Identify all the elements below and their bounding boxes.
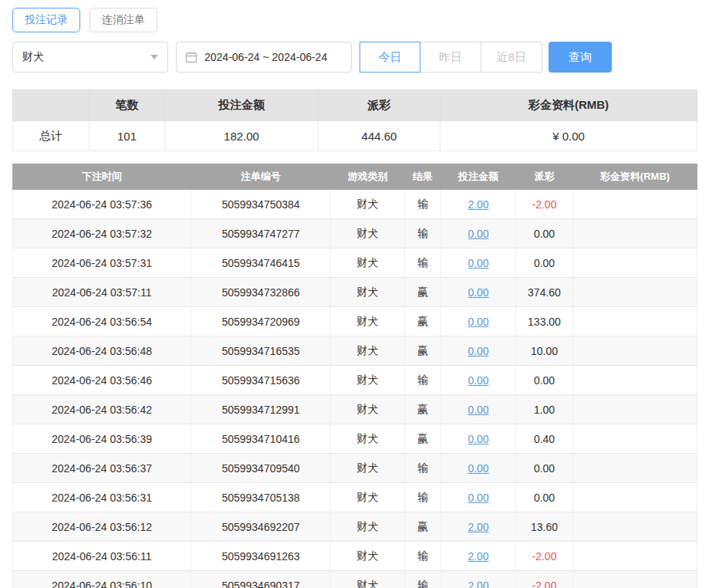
- bet-amount-link[interactable]: 2.00: [468, 198, 488, 211]
- bet-amount-link[interactable]: 0.00: [468, 404, 488, 416]
- bonus-cell: [573, 248, 697, 278]
- summary-header-empty: [13, 90, 89, 121]
- game-type-cell: 财犬: [331, 483, 405, 512]
- payout-cell: 0.00: [516, 454, 573, 483]
- table-row: 2024-06-24 03:56:425059934712991财犬赢0.001…: [13, 395, 697, 424]
- bet-id-cell: 5059934716535: [191, 336, 331, 366]
- game-type-cell: 财犬: [331, 190, 405, 219]
- bet-amount-link[interactable]: 0.00: [468, 316, 488, 328]
- bet-time-cell: 2024-06-24 03:56:10: [13, 571, 191, 588]
- bet-amount-cell: 2.00: [441, 571, 516, 588]
- game-type-cell: 财犬: [331, 395, 405, 424]
- bonus-cell: [573, 307, 697, 336]
- game-type-cell: 财犬: [331, 571, 405, 588]
- bet-amount-link[interactable]: 0.00: [468, 492, 488, 504]
- bet-id-cell: 5059934750384: [191, 190, 331, 219]
- game-type-cell: 财犬: [331, 366, 405, 395]
- bet-table: 下注时间 注单编号 游戏类别 结果 投注金额 派彩 彩金资料(RMB) 2024…: [12, 164, 697, 588]
- bonus-cell: [573, 336, 697, 366]
- bet-amount-link[interactable]: 2.00: [468, 550, 488, 563]
- bet-amount-cell: 0.00: [441, 278, 516, 307]
- bet-time-cell: 2024-06-24 03:56:39: [13, 424, 191, 454]
- bet-id-cell: 5059934732866: [191, 278, 331, 307]
- game-type-cell: 财犬: [331, 307, 405, 336]
- bet-id-cell: 5059934705138: [191, 483, 331, 512]
- chevron-down-icon: [150, 55, 158, 59]
- table-row: 2024-06-24 03:56:315059934705138财犬输0.000…: [13, 483, 697, 512]
- bet-time-cell: 2024-06-24 03:56:54: [13, 307, 191, 336]
- bet-time-cell: 2024-06-24 03:57:36: [13, 190, 191, 219]
- bet-id-cell: 5059934710416: [191, 424, 331, 454]
- bet-amount-link[interactable]: 0.00: [468, 345, 488, 357]
- result-cell: 赢: [405, 395, 441, 424]
- payout-cell: 133.00: [516, 307, 573, 336]
- bet-time-cell: 2024-06-24 03:57:11: [13, 278, 191, 307]
- bet-amount-cell: 0.00: [441, 454, 516, 483]
- header-result: 结果: [405, 164, 441, 190]
- yesterday-button[interactable]: 昨日: [420, 42, 481, 73]
- bet-id-cell: 5059934747277: [191, 219, 331, 248]
- payout-cell: 0.00: [516, 219, 573, 248]
- bet-amount-link[interactable]: 0.00: [468, 228, 488, 240]
- result-cell: 输: [405, 219, 441, 248]
- bet-amount-link[interactable]: 0.00: [468, 433, 488, 445]
- bonus-cell: [573, 483, 697, 512]
- bet-amount-cell: 0.00: [441, 424, 516, 454]
- last-8-days-button[interactable]: 近8日: [481, 42, 542, 73]
- summary-header-payout: 派彩: [319, 90, 441, 121]
- game-select[interactable]: 财犬: [12, 42, 168, 73]
- result-cell: 输: [405, 248, 441, 278]
- bet-time-cell: 2024-06-24 03:57:32: [13, 219, 191, 248]
- table-row: 2024-06-24 03:56:125059934692207财犬赢2.001…: [13, 512, 697, 542]
- table-row: 2024-06-24 03:57:115059934732866财犬赢0.003…: [13, 278, 697, 307]
- bet-amount-link[interactable]: 2.00: [468, 580, 488, 588]
- date-range-picker[interactable]: 2024-06-24 ~ 2024-06-24: [176, 42, 352, 73]
- result-cell: 输: [405, 454, 441, 483]
- game-type-cell: 财犬: [331, 454, 405, 483]
- tab-cancelled-bets[interactable]: 连消注单: [89, 8, 157, 32]
- table-row: 2024-06-24 03:56:545059934720969财犬赢0.001…: [13, 307, 697, 336]
- bonus-cell: [573, 219, 697, 248]
- bet-time-cell: 2024-06-24 03:56:48: [13, 336, 191, 366]
- calendar-icon: [185, 51, 198, 63]
- summary-total-payout: 444.60: [319, 121, 441, 151]
- query-button[interactable]: 查询: [549, 42, 612, 73]
- bet-amount-link[interactable]: 0.00: [468, 462, 488, 475]
- header-game-type: 游戏类别: [331, 164, 405, 190]
- bet-amount-cell: 2.00: [441, 512, 516, 542]
- result-cell: 赢: [405, 336, 441, 366]
- quick-range-group: 今日 昨日 近8日: [360, 42, 542, 73]
- game-type-cell: 财犬: [331, 542, 405, 571]
- top-tabs: 投注记录 连消注单: [12, 8, 697, 32]
- date-range-value: 2024-06-24 ~ 2024-06-24: [204, 51, 327, 63]
- payout-cell: 0.00: [516, 366, 573, 395]
- filter-row: 财犬 2024-06-24 ~ 2024-06-24 今日 昨日 近8日 查询: [12, 42, 697, 73]
- summary-header-bonus: 彩金资料(RMB): [441, 90, 697, 121]
- bet-amount-link[interactable]: 0.00: [468, 374, 488, 387]
- bet-amount-link[interactable]: 2.00: [468, 521, 488, 533]
- payout-cell: 0.00: [516, 248, 573, 278]
- result-cell: 输: [405, 571, 441, 588]
- summary-total-label: 总计: [13, 121, 89, 151]
- summary-header-row: 笔数 投注金额 派彩 彩金资料(RMB): [13, 90, 697, 121]
- bonus-cell: [573, 454, 697, 483]
- bet-amount-link[interactable]: 0.00: [468, 257, 488, 269]
- summary-total-bonus: ¥ 0.00: [441, 121, 697, 151]
- bet-amount-link[interactable]: 0.00: [468, 286, 488, 299]
- bet-amount-cell: 2.00: [441, 542, 516, 571]
- bet-amount-cell: 2.00: [441, 190, 516, 219]
- result-cell: 输: [405, 542, 441, 571]
- payout-cell: 0.00: [516, 483, 573, 512]
- payout-cell: 1.00: [516, 395, 573, 424]
- summary-table: 笔数 投注金额 派彩 彩金资料(RMB) 总计 101 182.00 444.6…: [12, 90, 697, 151]
- summary-header-bet-amount: 投注金额: [165, 90, 319, 121]
- table-row: 2024-06-24 03:56:375059934709540财犬输0.000…: [13, 454, 697, 483]
- today-button[interactable]: 今日: [360, 42, 420, 73]
- bet-id-cell: 5059934691263: [191, 542, 331, 571]
- game-type-cell: 财犬: [331, 512, 405, 542]
- payout-cell: -2.00: [516, 190, 573, 219]
- bet-time-cell: 2024-06-24 03:56:42: [13, 395, 191, 424]
- bet-time-cell: 2024-06-24 03:57:31: [13, 248, 191, 278]
- tab-bet-records[interactable]: 投注记录: [12, 8, 80, 32]
- bet-amount-cell: 0.00: [441, 483, 516, 512]
